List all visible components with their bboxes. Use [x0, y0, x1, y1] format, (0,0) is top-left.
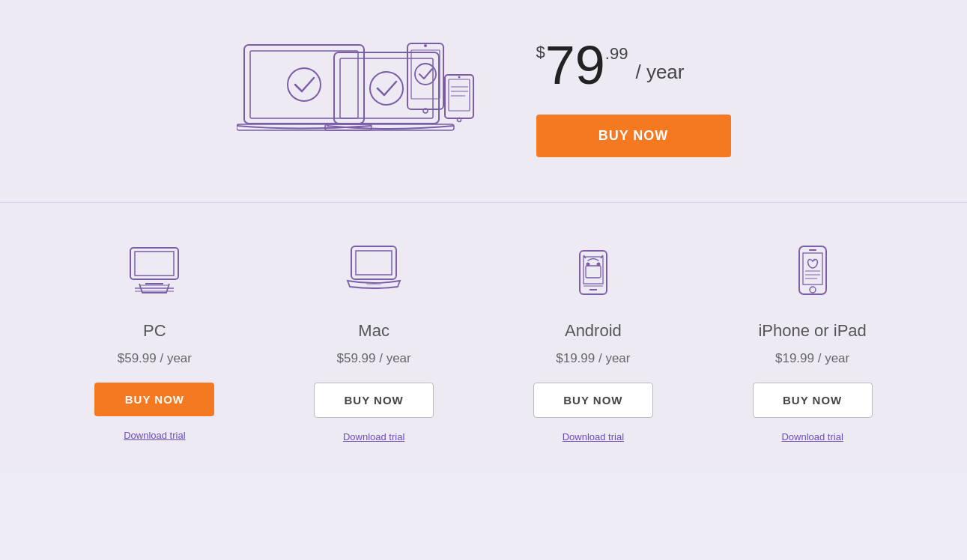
iphone-price: $19.99 / year — [775, 351, 849, 366]
products-section: PC $59.99 / year BUY NOW Download trial … — [0, 203, 967, 472]
pc-price: $59.99 / year — [118, 351, 192, 366]
svg-rect-14 — [449, 79, 470, 111]
pc-download-trial-button[interactable]: Download trial — [124, 430, 185, 441]
mac-buy-now-button[interactable]: BUY NOW — [314, 383, 434, 418]
mac-icon — [344, 240, 404, 300]
mac-download-trial-button[interactable]: Download trial — [343, 431, 404, 442]
pc-icon — [124, 240, 184, 300]
svg-rect-13 — [445, 75, 473, 118]
svg-point-41 — [810, 287, 816, 293]
svg-rect-0 — [244, 45, 364, 124]
iphone-name: iPhone or iPad — [758, 321, 866, 341]
svg-point-16 — [457, 118, 461, 122]
android-download-trial-button[interactable]: Download trial — [563, 431, 624, 442]
iphone-download-trial-button[interactable]: Download trial — [781, 431, 843, 442]
svg-rect-30 — [583, 257, 603, 284]
svg-rect-27 — [356, 251, 392, 275]
svg-point-40 — [813, 259, 815, 261]
iphone-buy-now-button[interactable]: BUY NOW — [753, 383, 873, 418]
svg-rect-21 — [135, 252, 174, 276]
android-buy-now-button[interactable]: BUY NOW — [533, 383, 653, 418]
svg-rect-39 — [803, 253, 822, 284]
svg-point-2 — [288, 68, 321, 101]
hero-currency: $ — [536, 43, 545, 62]
product-card-mac: Mac $59.99 / year BUY NOW Download trial — [291, 240, 456, 442]
mac-price: $59.99 / year — [337, 351, 411, 366]
hero-pricing: $ 79 .99 / year BUY NOW — [536, 38, 731, 157]
android-price: $19.99 / year — [556, 351, 630, 366]
product-card-pc: PC $59.99 / year BUY NOW Download trial — [72, 240, 237, 441]
product-card-android: Android $19.99 / year BUY NOW Download t… — [511, 240, 676, 442]
mac-name: Mac — [358, 321, 389, 341]
pc-name: PC — [143, 321, 166, 341]
svg-rect-4 — [334, 52, 439, 124]
hero-price-cents: .99 — [605, 44, 628, 64]
svg-point-6 — [370, 72, 403, 105]
devices-illustration — [237, 30, 476, 165]
svg-rect-35 — [586, 266, 601, 278]
iphone-icon — [783, 240, 843, 300]
hero-price-whole: 79 — [545, 38, 605, 92]
svg-point-15 — [458, 76, 460, 79]
android-icon — [563, 240, 623, 300]
product-card-iphone: iPhone or iPad $19.99 / year BUY NOW Dow… — [730, 240, 895, 442]
svg-rect-20 — [130, 248, 178, 279]
hero-buy-now-button[interactable]: BUY NOW — [536, 115, 731, 157]
hero-period: / year — [635, 61, 684, 84]
android-name: Android — [565, 321, 622, 341]
pc-buy-now-button[interactable]: BUY NOW — [94, 383, 214, 416]
hero-price-display: $ 79 .99 / year — [536, 38, 685, 92]
svg-rect-28 — [366, 282, 381, 285]
svg-point-10 — [424, 44, 427, 47]
hero-section: $ 79 .99 / year BUY NOW — [0, 0, 967, 203]
svg-rect-1 — [250, 51, 358, 118]
